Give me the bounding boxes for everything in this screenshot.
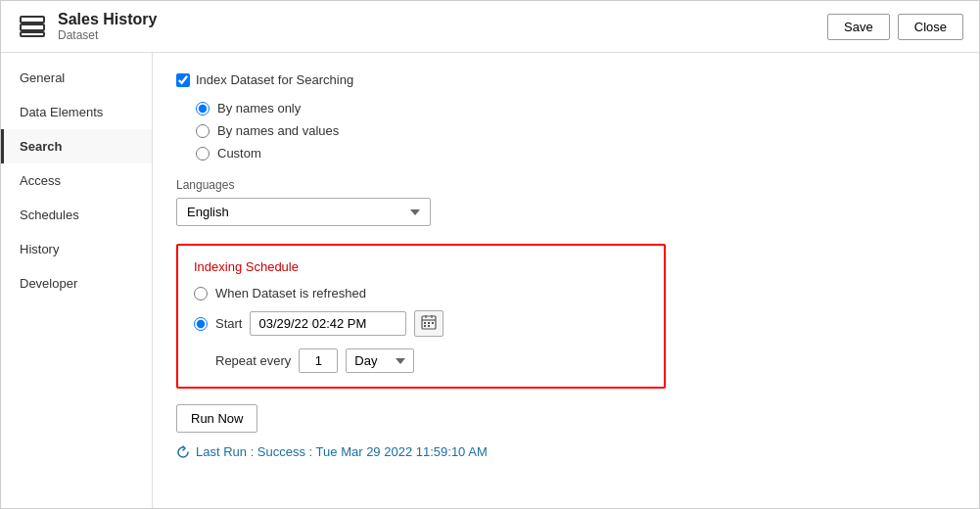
languages-label: Languages [176, 178, 956, 192]
sidebar-item-access[interactable]: Access [1, 163, 152, 198]
body-layout: General Data Elements Search Access Sche… [1, 53, 979, 508]
schedule-title: Indexing Schedule [194, 259, 648, 274]
sidebar-item-data-elements[interactable]: Data Elements [1, 95, 152, 129]
svg-rect-7 [424, 322, 426, 324]
main-content: Index Dataset for Searching By names onl… [153, 53, 979, 508]
radio-when-refreshed[interactable] [194, 287, 208, 301]
last-run-text: Last Run : Success : Tue Mar 29 2022 11:… [196, 444, 488, 459]
repeat-unit-select[interactable]: Day Week Month [346, 348, 414, 373]
svg-rect-1 [21, 24, 44, 30]
save-button[interactable]: Save [827, 14, 890, 40]
page-title: Sales History [58, 11, 157, 28]
refresh-icon [176, 445, 190, 459]
repeat-number-input[interactable] [299, 348, 338, 373]
search-radio-group: By names only By names and values Custom [196, 101, 956, 161]
header-titles: Sales History Dataset [58, 11, 157, 42]
index-dataset-checkbox[interactable] [176, 73, 190, 87]
calendar-button[interactable] [414, 310, 443, 337]
radio-custom-label: Custom [217, 146, 261, 161]
sidebar-item-schedules[interactable]: Schedules [1, 198, 152, 232]
start-datetime-input[interactable] [250, 311, 406, 336]
close-button[interactable]: Close [898, 14, 963, 40]
run-now-button[interactable]: Run Now [176, 404, 257, 433]
repeat-label: Repeat every [215, 353, 291, 368]
radio-names-values-label: By names and values [217, 123, 339, 138]
svg-rect-8 [428, 322, 430, 324]
page-subtitle: Dataset [58, 28, 157, 42]
dataset-icon [17, 11, 48, 42]
repeat-row: Repeat every Day Week Month [215, 348, 648, 373]
calendar-icon [421, 314, 437, 330]
radio-when-refreshed-label: When Dataset is refreshed [215, 286, 366, 301]
radio-row-names-values: By names and values [196, 123, 956, 138]
language-select[interactable]: English French Spanish German [176, 198, 431, 226]
sidebar-item-developer[interactable]: Developer [1, 266, 152, 301]
sidebar-item-history[interactable]: History [1, 232, 152, 266]
radio-row-custom: Custom [196, 146, 956, 161]
radio-start[interactable] [194, 317, 208, 331]
header-left: Sales History Dataset [17, 11, 157, 42]
svg-rect-0 [21, 17, 44, 23]
header: Sales History Dataset Save Close [1, 1, 979, 53]
indexing-schedule-box: Indexing Schedule When Dataset is refres… [176, 244, 666, 389]
sidebar-item-search[interactable]: Search [1, 129, 152, 163]
radio-row-names-only: By names only [196, 101, 956, 116]
svg-rect-9 [432, 322, 434, 324]
header-buttons: Save Close [827, 14, 963, 40]
sidebar-item-general[interactable]: General [1, 61, 152, 95]
schedule-radio-row-refresh: When Dataset is refreshed [194, 286, 648, 301]
index-dataset-label: Index Dataset for Searching [196, 72, 353, 87]
svg-rect-10 [424, 325, 426, 327]
radio-names-only-label: By names only [217, 101, 301, 116]
radio-custom[interactable] [196, 147, 210, 161]
svg-rect-11 [428, 325, 430, 327]
schedule-radio-group: When Dataset is refreshed Start [194, 286, 648, 373]
radio-start-label: Start [215, 316, 242, 331]
last-run-status: Last Run : Success : Tue Mar 29 2022 11:… [176, 444, 956, 459]
radio-names-only[interactable] [196, 102, 210, 116]
app-container: Sales History Dataset Save Close General… [0, 0, 980, 509]
index-dataset-row: Index Dataset for Searching [176, 72, 956, 87]
schedule-radio-row-start: Start [194, 310, 648, 337]
radio-names-values[interactable] [196, 124, 210, 138]
svg-rect-2 [21, 32, 44, 36]
sidebar: General Data Elements Search Access Sche… [1, 53, 153, 508]
